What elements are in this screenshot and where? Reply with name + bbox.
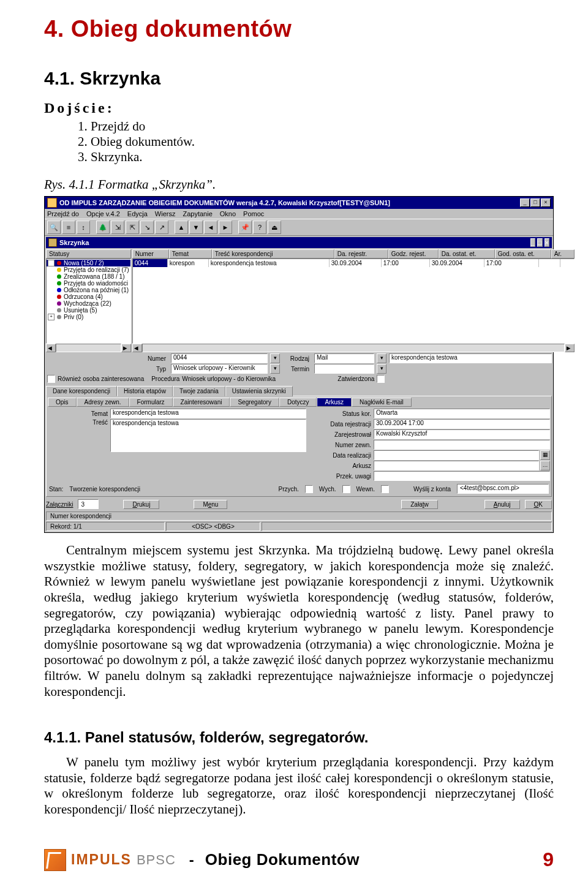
- right-icon[interactable]: ►: [219, 221, 232, 234]
- scroll-right-button[interactable]: ►: [121, 344, 131, 352]
- titlebar[interactable]: OD IMPULS ZARZĄDZANIE OBIEGIEM DOKUMENTÓ…: [45, 197, 553, 209]
- grid-cell[interactable]: 17:00: [484, 259, 539, 267]
- datareal-field[interactable]: [374, 450, 539, 460]
- termin-field[interactable]: [314, 364, 374, 374]
- sub-tab[interactable]: Opis: [48, 398, 77, 407]
- menu-item[interactable]: Wiersz: [155, 210, 176, 217]
- left-icon[interactable]: ◄: [204, 221, 217, 234]
- inner-minimize-button[interactable]: _: [530, 238, 535, 247]
- grid-header-cell[interactable]: Godz. rejest.: [388, 249, 439, 259]
- wych-checkbox[interactable]: [342, 485, 350, 493]
- grid-cell[interactable]: 0044: [133, 259, 168, 267]
- search-icon[interactable]: 🔍: [47, 221, 61, 234]
- menu-item[interactable]: Opcje v.4.2: [86, 210, 120, 217]
- grid-header-cell[interactable]: Da. rejestr.: [334, 249, 388, 259]
- close-button[interactable]: ×: [541, 198, 551, 207]
- zarej-field[interactable]: Kowalski Krzysztof: [374, 429, 550, 439]
- sub-tab[interactable]: Arkusz: [317, 398, 352, 407]
- expand-icon[interactable]: +: [48, 314, 55, 320]
- tree-icon[interactable]: 🌲: [96, 221, 110, 234]
- dropdown-icon[interactable]: ▾: [270, 364, 280, 374]
- up-icon[interactable]: ▲: [175, 221, 188, 234]
- tree-node[interactable]: Odrzucona (4): [47, 293, 130, 300]
- zatwierdzona-checkbox[interactable]: [377, 375, 385, 383]
- wyslij-field[interactable]: <4test@bpsc.com.pl>: [457, 484, 549, 494]
- exit-icon[interactable]: ⏏: [268, 221, 281, 234]
- main-tabs[interactable]: Dane korespondencji Historia etapów Twoj…: [46, 385, 552, 396]
- zalatw-button[interactable]: Załatw: [401, 500, 437, 509]
- scroll-right-button[interactable]: ►: [565, 344, 575, 352]
- sort-icon[interactable]: ↕: [77, 221, 90, 234]
- menu-item[interactable]: Edycja: [127, 210, 148, 217]
- grid-header-cell[interactable]: Treść korespondencji: [212, 249, 334, 259]
- przych-checkbox[interactable]: [305, 485, 313, 493]
- grid-header-cell[interactable]: Temat: [169, 249, 212, 259]
- status-field[interactable]: Otwarta: [374, 409, 550, 418]
- interested-checkbox[interactable]: [47, 375, 55, 383]
- out2-icon[interactable]: ↗: [155, 221, 168, 234]
- sub-tab[interactable]: Nagłówki E-mail: [352, 398, 412, 407]
- scrollbar-track[interactable]: [142, 344, 565, 352]
- grid-cell[interactable]: korespon: [168, 259, 209, 267]
- grid-cell[interactable]: 30.09.2004: [330, 259, 382, 267]
- in2-icon[interactable]: ↘: [140, 221, 154, 234]
- date-picker-icon[interactable]: ▦: [540, 450, 550, 460]
- grid-cell[interactable]: korespondencja testowa: [209, 259, 330, 267]
- sub-tab[interactable]: Zainteresowani: [173, 398, 230, 407]
- sub-tab[interactable]: Formularz: [129, 398, 173, 407]
- menu-item[interactable]: Okno: [220, 210, 236, 217]
- menu-item[interactable]: Pomoc: [243, 210, 264, 217]
- sub-tab[interactable]: Adresy zewn.: [77, 398, 129, 407]
- grid-row[interactable]: 0044koresponkorespondencja testowa30.09.…: [133, 259, 574, 267]
- sub-tab[interactable]: Segregatory: [230, 398, 279, 407]
- tree-node[interactable]: Zrealizowana (188 / 1): [47, 273, 130, 280]
- wewn-checkbox[interactable]: [381, 485, 389, 493]
- zalaczniki-count[interactable]: 3: [78, 499, 99, 509]
- temat-field[interactable]: korespondencja testowa: [389, 353, 552, 363]
- inner-close-button[interactable]: ×: [545, 238, 549, 247]
- scroll-left-button[interactable]: ◄: [46, 344, 56, 352]
- status-tree[interactable]: -Nowa (150 / 2)Przyjęta do realizacji (7…: [46, 259, 131, 344]
- procedura-field[interactable]: Wniosek urlopowy - do Kierownika: [182, 376, 317, 382]
- down-icon[interactable]: ▼: [189, 221, 203, 234]
- minimize-button[interactable]: _: [520, 198, 530, 207]
- tree-header[interactable]: Statusy: [46, 249, 131, 259]
- tab-dane[interactable]: Dane korespondencji: [46, 386, 117, 396]
- dropdown-icon[interactable]: ▾: [270, 353, 280, 363]
- menu-item[interactable]: Zapytanie: [183, 210, 212, 217]
- arkusz-field[interactable]: [374, 461, 539, 470]
- menu-item[interactable]: Przejdź do: [47, 210, 79, 217]
- filter-icon[interactable]: ≡: [62, 221, 75, 234]
- rodzaj-field[interactable]: Mail: [314, 353, 374, 363]
- ok-button[interactable]: OK: [525, 500, 552, 509]
- grid-cell[interactable]: [539, 259, 560, 267]
- menubar[interactable]: Przejdź do Opcje v.4.2 Edycja Wiersz Zap…: [45, 209, 553, 219]
- tree-node[interactable]: -Nowa (150 / 2): [47, 260, 130, 266]
- grid-cell[interactable]: 17:00: [382, 259, 430, 267]
- maximize-button[interactable]: □: [530, 198, 540, 207]
- tree-node[interactable]: Przyjęta do wiadomości: [47, 280, 130, 287]
- inner-maximize-button[interactable]: □: [537, 238, 543, 247]
- inner-titlebar[interactable]: Skrzynka _ □ ×: [46, 237, 552, 248]
- mail-grid[interactable]: 0044koresponkorespondencja testowa30.09.…: [132, 259, 575, 344]
- menu-button[interactable]: Menu: [194, 500, 227, 509]
- sub-tab[interactable]: Dotyczy: [279, 398, 317, 407]
- scrollbar-track[interactable]: [56, 344, 121, 352]
- tab-zadania[interactable]: Twoje zadania: [173, 386, 225, 396]
- tree-node[interactable]: Usunięta (5): [47, 307, 130, 314]
- lookup-icon[interactable]: …: [540, 461, 550, 470]
- in-icon[interactable]: ⇲: [111, 221, 124, 234]
- expand-icon[interactable]: -: [48, 260, 55, 266]
- sub-tabs[interactable]: OpisAdresy zewn.FormularzZainteresowaniS…: [48, 398, 550, 407]
- nzewn-field[interactable]: [374, 440, 550, 450]
- grid-cell[interactable]: 30.09.2004: [430, 259, 484, 267]
- grid-header-cell[interactable]: Numer: [132, 249, 169, 259]
- typ-field[interactable]: Wniosek urlopowy - Kierownik: [171, 364, 268, 374]
- grid-header-cell[interactable]: Ar.: [551, 249, 575, 259]
- tree-node[interactable]: Przyjęta do realizacji (7): [47, 266, 130, 273]
- drukuj-button[interactable]: Drukuj: [123, 500, 159, 509]
- grid-header-cell[interactable]: God. osta. et.: [495, 249, 551, 259]
- numer-field[interactable]: 0044: [171, 353, 268, 363]
- tree-node[interactable]: Odłożona na później (1): [47, 287, 130, 293]
- scroll-left-button[interactable]: ◄: [132, 344, 142, 352]
